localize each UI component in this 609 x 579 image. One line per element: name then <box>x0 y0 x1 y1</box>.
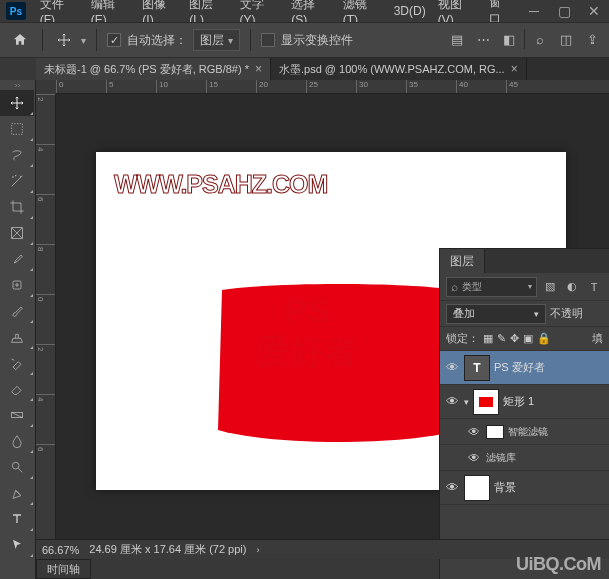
healing-brush-tool[interactable] <box>0 272 34 298</box>
crop-tool[interactable] <box>0 194 34 220</box>
ruler-horizontal[interactable]: 0 5 10 15 20 25 30 35 40 45 <box>56 80 609 94</box>
ruler-tick: 0 <box>36 294 55 344</box>
lock-artboard-icon[interactable]: ▣ <box>523 332 533 345</box>
panel-grip[interactable]: ›› <box>0 80 35 90</box>
doc-tab-title: 水墨.psd @ 100% (WWW.PSAHZ.COM, RG... <box>279 62 505 77</box>
lock-pixels-icon[interactable]: ▦ <box>483 332 493 345</box>
layer-item-rect[interactable]: 👁 ▾ 矩形 1 <box>440 385 609 419</box>
ruler-tick: 4 <box>36 394 55 444</box>
frame-tool[interactable] <box>0 220 34 246</box>
layer-thumb-shape-icon[interactable] <box>473 389 499 415</box>
marquee-tool[interactable] <box>0 116 34 142</box>
auto-select-checkbox[interactable] <box>107 33 121 47</box>
layer-item-text[interactable]: 👁 T PS 爱好者 <box>440 351 609 385</box>
dodge-tool[interactable] <box>0 454 34 480</box>
expand-icon[interactable]: ▾ <box>464 397 469 407</box>
close-tab-icon[interactable]: × <box>511 62 518 76</box>
lock-all-icon[interactable]: 🔒 <box>537 332 551 345</box>
brush-tool[interactable] <box>0 298 34 324</box>
separator <box>42 29 43 51</box>
lock-brush-icon[interactable]: ✎ <box>497 332 506 345</box>
layer-name[interactable]: PS 爱好者 <box>494 360 545 375</box>
chevron-right-icon[interactable]: › <box>256 545 259 555</box>
filter-adjust-icon[interactable]: ◐ <box>563 278 581 296</box>
show-transform-label: 显示变换控件 <box>281 32 353 49</box>
separator <box>96 29 97 51</box>
type-tool[interactable] <box>0 506 34 532</box>
visibility-toggle-icon[interactable]: 👁 <box>468 451 482 465</box>
magic-wand-tool[interactable] <box>0 168 34 194</box>
ruler-tick: 45 <box>506 80 556 93</box>
3d-mode-icon[interactable]: ◧ <box>498 28 520 50</box>
path-selection-tool[interactable] <box>0 532 34 558</box>
minimize-button[interactable]: ─ <box>519 0 549 22</box>
ruler-tick: 6 <box>36 194 55 244</box>
doc-tab-other[interactable]: 水墨.psd @ 100% (WWW.PSAHZ.COM, RG... × <box>271 58 527 80</box>
visibility-toggle-icon[interactable]: 👁 <box>444 480 460 495</box>
auto-select-target-dropdown[interactable]: 图层 <box>193 29 240 51</box>
layers-panel: 图层 类型 ▧ ◐ T 叠加 不透明 锁定： ▦ ✎ ✥ ▣ 🔒 填 👁 T P… <box>439 248 609 579</box>
move-tool-indicator-icon <box>53 29 75 51</box>
document-tabs: 未标题-1 @ 66.7% (PS 爱好者, RGB/8#) * × 水墨.ps… <box>36 58 609 80</box>
layer-item-background[interactable]: 👁 背景 <box>440 471 609 505</box>
blend-mode-dropdown[interactable]: 叠加 <box>446 304 546 324</box>
visibility-toggle-icon[interactable]: 👁 <box>444 360 460 375</box>
ruler-tick: 30 <box>356 80 406 93</box>
ruler-tick: 35 <box>406 80 456 93</box>
eraser-tool[interactable] <box>0 376 34 402</box>
layer-thumb-text-icon[interactable]: T <box>464 355 490 381</box>
ruler-tick: 2 <box>36 344 55 394</box>
align-icon[interactable]: ▤ <box>446 28 468 50</box>
auto-select-label: 自动选择： <box>127 32 187 49</box>
close-window-button[interactable]: ✕ <box>579 0 609 22</box>
blur-tool[interactable] <box>0 428 34 454</box>
doc-tab-active[interactable]: 未标题-1 @ 66.7% (PS 爱好者, RGB/8#) * × <box>36 58 271 80</box>
visibility-toggle-icon[interactable]: 👁 <box>468 425 482 439</box>
clone-stamp-tool[interactable] <box>0 324 34 350</box>
lasso-tool[interactable] <box>0 142 34 168</box>
show-transform-checkbox[interactable] <box>261 33 275 47</box>
menu-3d[interactable]: 3D(D) <box>388 4 432 18</box>
red-text-line2: 爱好者 <box>256 332 358 370</box>
visibility-toggle-icon[interactable]: 👁 <box>444 394 460 409</box>
document-dimensions[interactable]: 24.69 厘米 x 17.64 厘米 (72 ppi) <box>89 542 246 557</box>
filter-type-icon[interactable]: T <box>585 278 603 296</box>
separator <box>524 29 525 49</box>
layer-name[interactable]: 背景 <box>494 480 516 495</box>
pen-tool[interactable] <box>0 480 34 506</box>
workspace-icon[interactable]: ◫ <box>555 28 577 50</box>
search-icon[interactable]: ⌕ <box>529 28 551 50</box>
filter-gallery-label: 滤镜库 <box>486 451 516 465</box>
maximize-button[interactable]: ▢ <box>549 0 579 22</box>
ruler-tick: 40 <box>456 80 506 93</box>
home-icon[interactable] <box>8 28 32 52</box>
doc-tab-title: 未标题-1 @ 66.7% (PS 爱好者, RGB/8#) * <box>44 62 249 77</box>
zoom-level[interactable]: 66.67% <box>42 544 79 556</box>
smart-filters-label: 智能滤镜 <box>508 425 548 439</box>
lock-position-icon[interactable]: ✥ <box>510 332 519 345</box>
filter-image-icon[interactable]: ▧ <box>541 278 559 296</box>
filter-gallery-row[interactable]: 👁 滤镜库 <box>440 445 609 471</box>
ruler-vertical[interactable]: 2 4 6 8 0 2 4 6 <box>36 94 56 539</box>
timeline-panel-tab[interactable]: 时间轴 <box>36 559 91 579</box>
chevron-down-icon[interactable]: ▾ <box>81 35 86 46</box>
svg-rect-0 <box>12 124 23 135</box>
layer-name[interactable]: 矩形 1 <box>503 394 534 409</box>
close-tab-icon[interactable]: × <box>255 62 262 76</box>
menu-bar: Ps 文件(F) 编辑(E) 图像(I) 图层(L) 文字(Y) 选择(S) 滤… <box>0 0 519 22</box>
smart-filters-row[interactable]: 👁 智能滤镜 <box>440 419 609 445</box>
layer-filter-dropdown[interactable]: 类型 <box>446 277 537 297</box>
gradient-tool[interactable] <box>0 402 34 428</box>
share-icon[interactable]: ⇪ <box>581 28 603 50</box>
ruler-tick: 8 <box>36 244 55 294</box>
tab-layers[interactable]: 图层 <box>440 249 485 273</box>
svg-point-2 <box>15 175 16 176</box>
ellipsis-icon[interactable]: ⋯ <box>472 28 494 50</box>
layer-thumb-background-icon[interactable] <box>464 475 490 501</box>
history-brush-tool[interactable] <box>0 350 34 376</box>
ruler-tick: 15 <box>206 80 256 93</box>
move-tool[interactable] <box>0 90 34 116</box>
ruler-tick: 0 <box>56 80 106 93</box>
smart-filter-mask-icon[interactable] <box>486 425 504 439</box>
eyedropper-tool[interactable] <box>0 246 34 272</box>
